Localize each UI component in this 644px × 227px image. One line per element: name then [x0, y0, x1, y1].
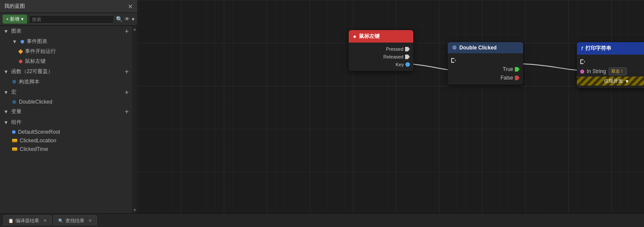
dev-warning-text: 仅限开发 — [604, 78, 623, 84]
scroll-down-arrow[interactable]: ▼ — [132, 207, 137, 213]
node-mouse-left-key[interactable]: ● 鼠标左键 Pressed Released Key — [349, 30, 413, 71]
tree-item-label: ClickedTime — [20, 146, 48, 152]
sidebar-title: 我的蓝图 — [4, 3, 25, 10]
node-double-clicked[interactable]: ⚙ Double Clicked True — [448, 42, 523, 85]
sidebar-tree: ▼ 图表 + ▼ 事件图表 事件开始运行 鼠标左键 — [0, 26, 137, 213]
graph-canvas[interactable]: ● 鼠标左键 Pressed Released Key — [138, 0, 644, 213]
tab-find-results[interactable]: 🔍 查找结果 ✕ — [53, 215, 97, 226]
section-macros[interactable]: ▼ 宏 + — [0, 87, 132, 98]
sidebar-header: 我的蓝图 ✕ — [0, 0, 137, 13]
in-string-value[interactable]: 双击！ — [609, 67, 627, 75]
node-print-body: In String 双击！ 仅限开发 ▼ — [577, 55, 644, 88]
tab-compiler-results[interactable]: 📋 编译器结果 ✕ — [3, 215, 52, 226]
pin-false-label: False — [501, 75, 513, 81]
section-macros-label: 宏 — [11, 89, 16, 96]
pin-released-label: Released — [384, 54, 403, 59]
section-functions-label: 函数（22可覆盖） — [11, 68, 53, 75]
scroll-up-arrow[interactable]: ▲ — [132, 26, 137, 32]
pin-pressed-label: Pressed — [386, 46, 403, 52]
cog-icon: ⚙ — [12, 99, 16, 105]
node-dblclick-icon: ⚙ — [452, 45, 457, 51]
section-components-left: ▼ 组件 — [3, 119, 22, 126]
pin-false-exec — [515, 76, 520, 80]
section-variables-label: 变量 — [11, 108, 22, 115]
tree-item-clicked-time[interactable]: ClickedTime — [0, 145, 132, 153]
pin-in-string-label: In String — [587, 68, 606, 74]
compiler-tab-close[interactable]: ✕ — [43, 218, 47, 224]
section-variables-left: ▼ 变量 — [3, 108, 22, 115]
add-new-button[interactable]: + 新增 ▾ — [3, 15, 27, 24]
section-chart-label: 图表 — [11, 28, 22, 35]
section-chart-left: ▼ 图表 — [3, 28, 22, 35]
tree-item-label: 鼠标左键 — [25, 58, 46, 65]
node-mouse-title: 鼠标左键 — [359, 33, 380, 40]
cog-icon: ⚙ — [12, 79, 16, 85]
node-dblclick-title: Double Clicked — [459, 45, 497, 51]
pin-key-circle — [406, 62, 410, 67]
tree-item-event-start[interactable]: 事件开始运行 — [0, 46, 132, 56]
find-tab-icon: 🔍 — [58, 218, 63, 223]
section-functions-add[interactable]: + — [125, 68, 129, 75]
find-tab-close[interactable]: ✕ — [88, 218, 92, 224]
compiler-tab-label: 编译器结果 — [15, 218, 39, 224]
node-print-header: f 打印字符串 — [577, 42, 644, 55]
dot-red-icon — [19, 60, 22, 63]
tree-item-construct-script[interactable]: ⚙ 构造脚本 — [0, 77, 132, 87]
eye-icon-button[interactable]: 👁 — [124, 16, 130, 22]
node-dblclick-header: ⚙ Double Clicked — [448, 42, 523, 53]
compiler-tab-icon: 📋 — [8, 218, 13, 223]
node-mouse-icon: ● — [353, 33, 356, 40]
tree-item-mouse-left[interactable]: 鼠标左键 — [0, 56, 132, 66]
pin-released: Released — [349, 53, 413, 61]
section-chart[interactable]: ▼ 图表 + — [0, 26, 132, 37]
chevron-icon: ▼ — [3, 120, 9, 126]
pin-pressed-exec — [405, 47, 410, 52]
dot-blue-icon — [12, 130, 15, 134]
chevron-icon: ▼ — [3, 109, 9, 115]
node-print-func-icon: f — [581, 46, 583, 52]
node-print-title: 打印字符串 — [585, 45, 611, 52]
chevron-icon: ▼ — [3, 89, 9, 95]
print-in-string-row: In String 双击！ — [577, 66, 644, 77]
dot-blue-icon — [21, 40, 24, 43]
pin-true-label: True — [503, 66, 513, 72]
pin-key: Key — [349, 61, 413, 68]
dblclick-true-row: True — [448, 65, 523, 74]
time-icon — [12, 147, 17, 151]
print-exec-row — [577, 57, 644, 66]
tree-item-label: DefaultSceneRoot — [18, 129, 60, 135]
tree-item-label: ClickedLocation — [20, 138, 56, 144]
location-icon — [12, 139, 17, 142]
pin-true: True — [503, 66, 520, 72]
tree-item-default-scene-root[interactable]: DefaultSceneRoot — [0, 128, 132, 136]
sidebar-scrollbar[interactable]: ▲ ▼ — [132, 26, 137, 213]
section-components[interactable]: ▼ 组件 — [0, 117, 132, 128]
sidebar-scroll: ▼ 图表 + ▼ 事件图表 事件开始运行 鼠标左键 — [0, 26, 137, 213]
chevron-icon: ▼ — [3, 69, 9, 75]
pin-exec-in — [580, 59, 585, 64]
pin-key-label: Key — [396, 62, 404, 67]
pin-pressed: Pressed — [349, 45, 413, 53]
dblclick-exec-row — [448, 56, 523, 65]
diamond-icon — [18, 49, 23, 54]
section-variables-add[interactable]: + — [125, 108, 129, 115]
sidebar: 我的蓝图 ✕ + 新增 ▾ 🔍 👁 ▾ ▼ 图表 + — [0, 0, 138, 213]
tree-item-event-chart[interactable]: ▼ 事件图表 — [0, 37, 132, 46]
sidebar-close-button[interactable]: ✕ — [128, 3, 133, 10]
main-area: 我的蓝图 ✕ + 新增 ▾ 🔍 👁 ▾ ▼ 图表 + — [0, 0, 644, 213]
search-input[interactable] — [29, 15, 114, 24]
chevron-down-icon[interactable]: ▾ — [132, 16, 135, 22]
section-components-label: 组件 — [11, 119, 22, 126]
section-macros-add[interactable]: + — [125, 89, 129, 96]
dblclick-false-row: False — [448, 74, 523, 82]
section-chart-add[interactable]: + — [125, 28, 129, 35]
find-tab-label: 查找结果 — [65, 218, 84, 224]
node-print-string[interactable]: f 打印字符串 In String 双击！ 仅限开发 ▼ — [577, 42, 644, 88]
search-icon-button[interactable]: 🔍 — [116, 16, 123, 22]
section-macros-left: ▼ 宏 — [3, 89, 16, 96]
tree-item-double-clicked[interactable]: ⚙ DoubleClicked — [0, 98, 132, 106]
section-functions[interactable]: ▼ 函数（22可覆盖） + — [0, 66, 132, 77]
tree-item-clicked-location[interactable]: ClickedLocation — [0, 136, 132, 145]
section-variables[interactable]: ▼ 变量 + — [0, 106, 132, 117]
dev-warning-banner: 仅限开发 ▼ — [577, 77, 644, 86]
